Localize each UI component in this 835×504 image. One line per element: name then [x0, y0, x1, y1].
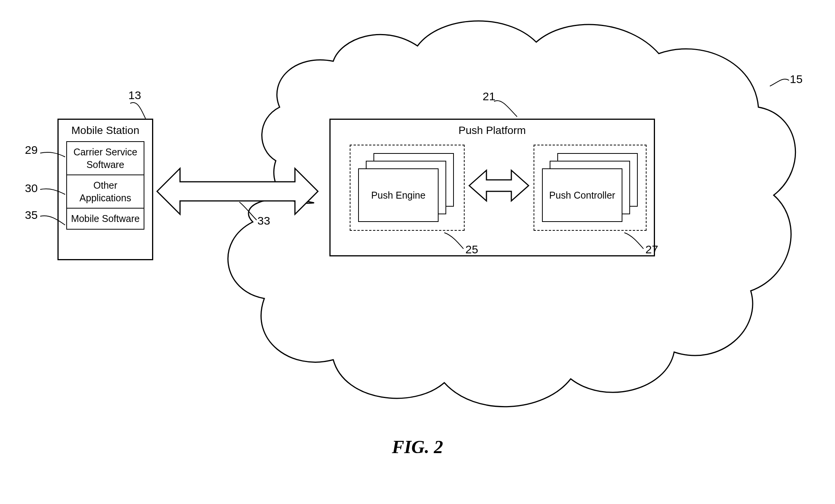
ref-25: 25 [465, 243, 478, 256]
mobile-inner-container: Carrier Service Software Other Applicati… [66, 141, 144, 230]
mobile-station-box: Mobile Station Carrier Service Software … [57, 119, 153, 260]
carrier-service-software: Carrier Service Software [67, 142, 144, 175]
push-controller-label: Push Controller [542, 168, 622, 222]
ref-35: 35 [25, 209, 38, 222]
ref-21: 21 [483, 90, 495, 103]
ref-29: 29 [25, 144, 38, 157]
ref-13: 13 [128, 89, 141, 102]
ref-33: 33 [257, 214, 270, 227]
ref-27: 27 [645, 243, 658, 256]
mobile-station-title: Mobile Station [59, 120, 152, 141]
other-applications: Other Applications [67, 175, 144, 209]
push-engine-group: Push Engine [350, 145, 465, 231]
push-platform-box: Push Platform Push Engine Push Controlle… [329, 119, 655, 256]
figure-caption: FIG. 2 [0, 436, 835, 457]
push-platform-title: Push Platform [331, 120, 654, 141]
ref-30: 30 [25, 182, 38, 195]
main-double-arrow [157, 168, 318, 214]
mobile-software: Mobile Software [67, 209, 144, 229]
ref-15: 15 [790, 73, 802, 86]
push-controller-group: Push Controller [534, 145, 647, 231]
push-engine-label: Push Engine [358, 168, 439, 222]
